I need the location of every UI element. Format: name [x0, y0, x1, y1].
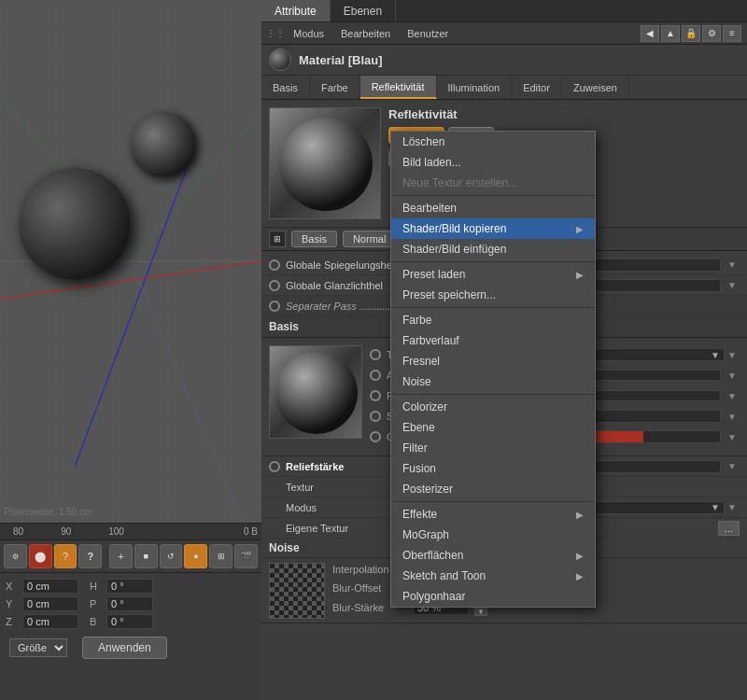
lock-icon[interactable]: 🔒 — [682, 25, 700, 42]
noise-title: Noise — [269, 541, 300, 554]
record-btn[interactable]: ⚙ — [4, 544, 27, 568]
ctx-shader-kopieren[interactable]: Shader/Bild kopieren ▶ — [391, 218, 595, 239]
ctx-mograph[interactable]: MoGraph — [391, 525, 595, 545]
h-label: H — [90, 581, 103, 592]
basis-sphere-preview — [275, 352, 358, 434]
radio-rauigkeit[interactable] — [370, 390, 381, 401]
property-tabs: Basis Farbe Reflektivität Illumination E… — [261, 76, 747, 100]
size-dropdown[interactable]: Größe — [9, 638, 67, 657]
arrow-modus: ▼ — [725, 502, 740, 512]
typ-arrow: ▼ — [711, 350, 720, 360]
ctx-colorizer[interactable]: Colorizer — [391, 397, 595, 417]
arrow-relief: ▼ — [725, 461, 740, 471]
apply-button[interactable]: Anwenden — [82, 637, 167, 659]
tab-reflektivitaet[interactable]: Reflektivität — [360, 76, 437, 99]
tab-basis[interactable]: Basis — [261, 76, 310, 99]
ctx-sketch-toon[interactable]: Sketch and Toon ▶ — [391, 566, 595, 586]
ctx-ebene[interactable]: Ebene — [391, 417, 595, 438]
nav-up-icon[interactable]: ▲ — [661, 25, 680, 42]
menu-bar: ⋮⋮ Modus Bearbeiten Benutzer ◀ ▲ 🔒 ⚙ ≡ — [261, 22, 747, 45]
ctx-fusion[interactable]: Fusion — [391, 458, 595, 479]
radio-typ[interactable] — [370, 349, 381, 360]
mark-90: 90 — [61, 526, 71, 537]
radio-globale-glanzlicht[interactable] — [269, 280, 280, 291]
eigene-more-btn[interactable]: ... — [718, 521, 740, 536]
ctx-preset-speichern[interactable]: Preset speichern... — [391, 285, 595, 305]
toolbar-bottom: ⚙ ⬤ ? ? + ■ ↺ ● ⊞ 🎬 — [0, 540, 261, 573]
sphere-large — [19, 168, 131, 280]
add-key-btn[interactable]: + — [109, 544, 133, 568]
tab-editor[interactable]: Editor — [512, 76, 562, 99]
more-icon[interactable]: ≡ — [723, 25, 741, 42]
b-input[interactable] — [106, 614, 153, 629]
ctx-bild-laden[interactable]: Bild laden... — [391, 152, 595, 173]
basis-title: Basis — [269, 320, 299, 333]
basis-thumbnail[interactable] — [269, 345, 362, 439]
z-input[interactable] — [22, 614, 78, 629]
tab-attribute[interactable]: Attribute — [261, 0, 331, 21]
subtab-basis[interactable]: Basis — [291, 231, 337, 247]
ctx-farbverlauf[interactable]: Farbverlauf — [391, 330, 595, 351]
material-icon — [269, 49, 291, 71]
radio-spiegelung[interactable] — [370, 411, 381, 422]
radio-separator[interactable] — [269, 301, 280, 312]
subtab-icon[interactable]: ⊞ — [269, 231, 286, 247]
radio-relief[interactable] — [269, 461, 280, 472]
coord-row-y: Y P — [6, 596, 256, 611]
ctx-loeschen[interactable]: Löschen — [391, 132, 595, 152]
ctx-farbe[interactable]: Farbe — [391, 310, 595, 330]
tab-farbe[interactable]: Farbe — [310, 76, 360, 99]
info-btn[interactable]: ? — [78, 544, 102, 568]
subtab-normal[interactable]: Normal — [343, 231, 396, 247]
texture-thumbnail[interactable] — [269, 107, 381, 219]
ctx-shader-einfuegen[interactable]: Shader/Bild einfügen — [391, 239, 595, 259]
tab-ebenen[interactable]: Ebenen — [331, 0, 396, 21]
play-stop-btn[interactable]: ⬤ — [29, 544, 52, 568]
arrow-spiegelung: ▼ — [725, 412, 740, 422]
ctx-preset-laden[interactable]: Preset laden ▶ — [391, 264, 595, 285]
mark-80: 80 — [13, 526, 23, 537]
record2-btn[interactable]: ● — [184, 544, 207, 568]
ctx-bearbeiten[interactable]: Bearbeiten — [391, 198, 595, 218]
stepper-down2[interactable]: ▼ — [474, 608, 487, 616]
arrow-abschwach: ▼ — [725, 371, 740, 381]
x-input[interactable] — [22, 579, 78, 594]
tab-illumination[interactable]: Illumination — [437, 76, 513, 99]
menu-benutzer[interactable]: Benutzer — [400, 26, 456, 41]
grid-btn[interactable]: ⊞ — [209, 544, 233, 568]
play-btn[interactable]: ? — [54, 544, 78, 568]
arrow-typ: ▼ — [725, 350, 740, 360]
ctx-polygonhaar[interactable]: Polygonhaar — [391, 586, 595, 607]
ctx-sep1 — [391, 195, 595, 196]
bookmark-btn[interactable]: ■ — [134, 544, 158, 568]
noise-pattern — [270, 564, 324, 618]
b-label: B — [90, 616, 103, 627]
ctx-filter[interactable]: Filter — [391, 438, 595, 458]
ctx-effekte[interactable]: Effekte ▶ — [391, 504, 595, 525]
context-menu: Löschen Bild laden... Neue Textur erstel… — [390, 131, 596, 608]
viewport-bottom: 80 90 100 0 B ⚙ ⬤ ? ? + ■ ↺ ● ⊞ 🎬 X H — [0, 523, 261, 700]
settings-icon[interactable]: ⚙ — [702, 25, 721, 42]
radio-glanzlicht[interactable] — [370, 431, 381, 442]
timeline-info: 0 B — [244, 526, 258, 537]
nav-back-icon[interactable]: ◀ — [641, 25, 659, 42]
submenu-arrow-sketch: ▶ — [576, 571, 584, 581]
radio-globale-spiegelung[interactable] — [269, 259, 280, 271]
y-input[interactable] — [22, 596, 78, 611]
modus-arrow: ▼ — [711, 502, 720, 512]
menu-bearbeiten[interactable]: Bearbeiten — [333, 26, 398, 41]
radio-abschwach[interactable] — [370, 370, 381, 381]
ctx-oberflaechen[interactable]: Oberflächen ▶ — [391, 545, 595, 566]
h-input[interactable] — [106, 579, 153, 594]
separator-label: Separater Pass ............ — [286, 301, 394, 312]
tab-zuweisen[interactable]: Zuweisen — [562, 76, 629, 99]
menu-icons: ◀ ▲ 🔒 ⚙ ≡ — [641, 25, 741, 42]
menu-modus[interactable]: Modus — [286, 26, 331, 41]
viewport-grid: Pisserweise: 1.50 cm — [0, 0, 261, 523]
ctx-posterizer[interactable]: Posterizer — [391, 479, 595, 499]
p-input[interactable] — [106, 596, 153, 611]
film-btn[interactable]: 🎬 — [234, 544, 258, 568]
loop-btn[interactable]: ↺ — [160, 544, 183, 568]
ctx-fresnel[interactable]: Fresnel — [391, 351, 595, 371]
ctx-noise[interactable]: Noise — [391, 371, 595, 392]
